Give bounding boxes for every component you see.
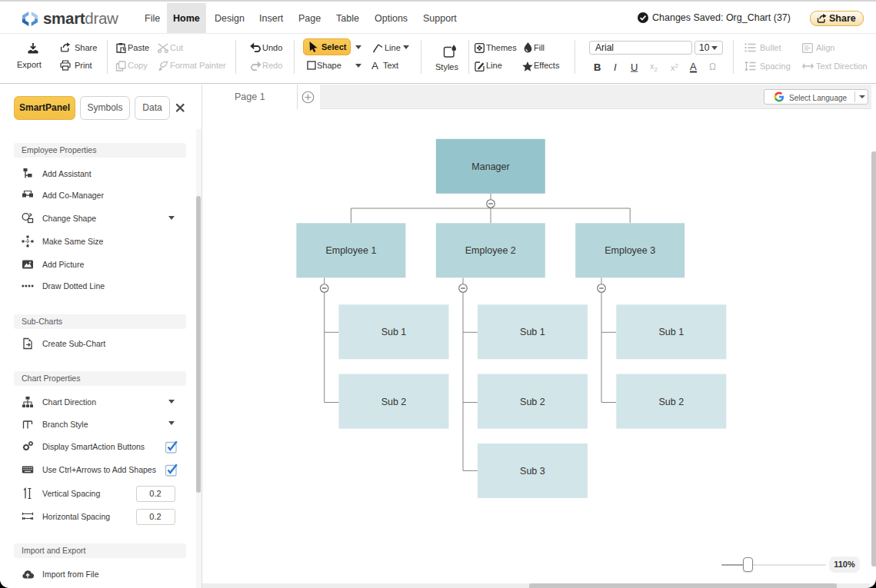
svg-text:Sub 1: Sub 1	[658, 327, 684, 337]
svg-text:Sub 2: Sub 2	[520, 397, 545, 407]
svg-text:Employee 3: Employee 3	[605, 245, 655, 256]
svg-text:Sub 2: Sub 2	[658, 397, 684, 407]
svg-text:Manager: Manager	[471, 161, 509, 172]
svg-text:Sub 1: Sub 1	[381, 327, 407, 337]
svg-text:Employee 2: Employee 2	[465, 245, 516, 256]
svg-text:Sub 2: Sub 2	[381, 397, 407, 407]
svg-text:Sub 1: Sub 1	[520, 327, 545, 337]
svg-text:Employee 1: Employee 1	[325, 245, 376, 256]
svg-text:Sub 3: Sub 3	[520, 466, 545, 477]
